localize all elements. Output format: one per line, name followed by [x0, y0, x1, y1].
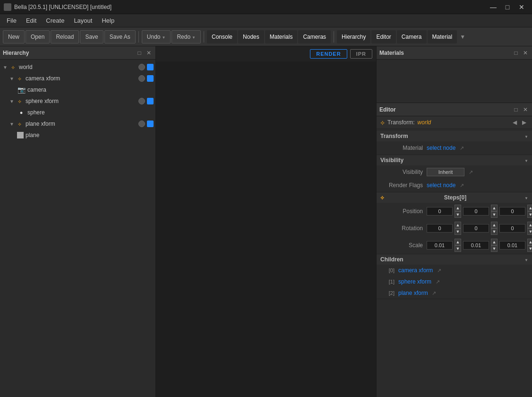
material-ext-link[interactable]: ↗ — [457, 144, 466, 152]
menu-create[interactable]: Create — [41, 16, 69, 25]
render-flags-select-node[interactable]: select node — [427, 182, 455, 189]
menu-layout[interactable]: Layout — [69, 16, 97, 25]
rot-z-up[interactable]: ▲ — [527, 222, 532, 228]
tree-arrow-sphere-xform[interactable]: ▼ — [9, 98, 15, 104]
vis-square-plane-xform[interactable] — [147, 121, 154, 127]
toolbar-more-icon[interactable]: ▼ — [458, 33, 467, 41]
scale-x-up[interactable]: ▲ — [455, 239, 461, 245]
menu-edit[interactable]: Edit — [21, 16, 41, 25]
position-z[interactable] — [499, 207, 525, 216]
save-as-button[interactable]: Save As — [104, 30, 136, 43]
ipr-button[interactable]: IPR — [350, 49, 372, 59]
menu-help[interactable]: Help — [97, 16, 119, 25]
hierarchy-popout-button[interactable]: □ — [136, 49, 143, 57]
vis-circle-world[interactable] — [138, 64, 145, 70]
pos-z-down[interactable]: ▼ — [527, 211, 532, 218]
tree-arrow-camera-xform[interactable]: ▼ — [9, 75, 15, 82]
tab-nodes[interactable]: Nodes — [238, 30, 264, 43]
rotation-x[interactable] — [427, 224, 453, 233]
reload-button[interactable]: Reload — [51, 30, 79, 43]
rotation-z[interactable] — [499, 224, 525, 233]
children-ext-link-0[interactable]: ↗ — [435, 266, 443, 275]
redo-button[interactable]: Redo — [172, 30, 201, 43]
tab-editor[interactable]: Editor — [371, 30, 395, 43]
render-button[interactable]: RENDER — [310, 49, 347, 59]
materials-close-button[interactable]: ✕ — [522, 49, 529, 57]
transform-nav-next[interactable]: ▶ — [520, 118, 528, 127]
tab-camera[interactable]: Camera — [397, 30, 427, 43]
children-ext-link-1[interactable]: ↗ — [433, 277, 442, 286]
vis-circle-camera-xform[interactable] — [138, 75, 145, 82]
editor-section-visibility-header[interactable]: Visibility — [377, 155, 532, 165]
transform-nav-prev[interactable]: ◀ — [510, 118, 519, 127]
visibility-ext-link[interactable]: ↗ — [466, 168, 475, 176]
undo-button[interactable]: Undo — [142, 30, 171, 43]
open-button[interactable]: Open — [26, 30, 50, 43]
pos-z-up[interactable]: ▲ — [527, 205, 532, 211]
rot-y-down[interactable]: ▼ — [491, 228, 498, 235]
editor-row-scale: Scale ▲ ▼ ▲ ▼ — [377, 237, 532, 254]
children-link-0[interactable]: camera xform — [398, 267, 433, 274]
tree-arrow-world[interactable]: ▼ — [2, 64, 9, 70]
editor-popout-button[interactable]: □ — [512, 106, 520, 113]
material-select-node[interactable]: select node — [427, 145, 455, 151]
editor-section-children-header[interactable]: Children — [377, 254, 532, 265]
tree-arrow-plane-xform[interactable]: ▼ — [9, 121, 15, 127]
pos-x-up[interactable]: ▲ — [455, 205, 461, 211]
pos-y-up[interactable]: ▲ — [491, 205, 498, 211]
tree-item-world[interactable]: ▼ ⟡ world — [0, 61, 155, 73]
maximize-button[interactable]: □ — [501, 0, 514, 14]
hierarchy-content: ▼ ⟡ world ▼ ⟡ camera xform 📷 — [0, 60, 155, 397]
tab-material[interactable]: Material — [428, 30, 457, 43]
rot-x-down[interactable]: ▼ — [455, 228, 461, 235]
scale-y-up[interactable]: ▲ — [491, 239, 498, 245]
tab-console[interactable]: Console — [207, 30, 237, 43]
editor-section-transform-header[interactable]: Transform — [377, 131, 532, 141]
scale-z-down[interactable]: ▼ — [527, 245, 532, 252]
pos-x-down[interactable]: ▼ — [455, 211, 461, 218]
position-x[interactable] — [427, 207, 453, 216]
render-flags-ext-link[interactable]: ↗ — [457, 181, 466, 190]
editor-close-button[interactable]: ✕ — [522, 106, 529, 113]
children-ext-link-2[interactable]: ↗ — [430, 289, 438, 297]
tree-item-sphere[interactable]: ● sphere — [0, 107, 155, 118]
new-button[interactable]: New — [3, 30, 25, 43]
scale-y[interactable] — [463, 241, 489, 250]
position-input-group: ▲ ▼ ▲ ▼ ▲ ▼ — [427, 205, 532, 218]
vis-square-sphere-xform[interactable] — [147, 98, 154, 104]
tab-cameras[interactable]: Cameras — [298, 30, 331, 43]
pos-y-down[interactable]: ▼ — [491, 211, 498, 218]
materials-popout-button[interactable]: □ — [512, 49, 520, 57]
tree-item-camera-xform[interactable]: ▼ ⟡ camera xform — [0, 73, 155, 84]
tree-item-sphere-xform[interactable]: ▼ ⟡ sphere xform — [0, 95, 155, 107]
vis-square-camera-xform[interactable] — [147, 75, 154, 82]
tree-item-plane[interactable]: plane — [0, 129, 155, 141]
scale-x[interactable] — [427, 241, 453, 250]
hierarchy-close-button[interactable]: ✕ — [145, 49, 153, 57]
position-y[interactable] — [463, 207, 489, 216]
close-button[interactable]: ✕ — [515, 0, 528, 14]
rot-x-up[interactable]: ▲ — [455, 222, 461, 228]
menu-file[interactable]: File — [2, 16, 21, 25]
tab-materials[interactable]: Materials — [265, 30, 298, 43]
visibility-value[interactable]: Inherit — [427, 168, 464, 176]
rot-y-up[interactable]: ▲ — [491, 222, 498, 228]
vis-circle-sphere-xform[interactable] — [138, 98, 145, 104]
tree-item-plane-xform[interactable]: ▼ ⟡ plane xform — [0, 118, 155, 129]
tree-item-camera[interactable]: 📷 camera — [0, 84, 155, 95]
save-button[interactable]: Save — [80, 30, 103, 43]
children-link-1[interactable]: sphere xform — [398, 278, 431, 285]
scale-x-down[interactable]: ▼ — [455, 245, 461, 252]
scale-y-down[interactable]: ▼ — [491, 245, 498, 252]
rotation-y[interactable] — [463, 224, 489, 233]
tab-hierarchy[interactable]: Hierarchy — [337, 30, 370, 43]
editor-section-steps-header[interactable]: ⟡ Steps[0] — [377, 192, 532, 203]
scale-z[interactable] — [499, 241, 525, 250]
vis-square-world[interactable] — [147, 64, 154, 70]
scale-z-up[interactable]: ▲ — [527, 239, 532, 245]
hierarchy-header: Hierarchy □ ✕ — [0, 46, 155, 60]
minimize-button[interactable]: — — [487, 0, 500, 14]
children-link-2[interactable]: plane xform — [398, 290, 428, 296]
vis-circle-plane-xform[interactable] — [138, 121, 145, 127]
rot-z-down[interactable]: ▼ — [527, 228, 532, 235]
